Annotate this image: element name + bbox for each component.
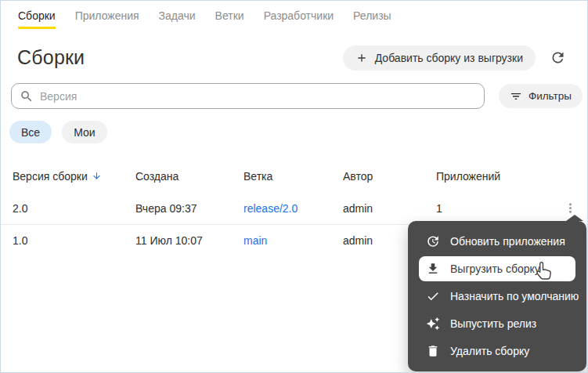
table-header-row: Версия сборки Создана Ветка Автор Прилож… xyxy=(1,160,587,192)
filter-chips: Все Мои xyxy=(9,121,587,143)
header-actions: Добавить сборку из выгрузки xyxy=(343,45,570,71)
check-icon xyxy=(426,289,440,303)
search-input[interactable] xyxy=(40,90,476,103)
cell-version: 1.0 xyxy=(13,234,135,247)
filters-label: Фильтры xyxy=(528,90,572,102)
add-build-from-upload-button[interactable]: Добавить сборку из выгрузки xyxy=(343,45,536,71)
chip-all[interactable]: Все xyxy=(9,121,52,143)
builds-page: Сборки Приложения Задачи Ветки Разработч… xyxy=(0,0,588,373)
cell-created: Вчера 09:37 xyxy=(135,202,243,215)
row-context-menu: Обновить приложения Выгрузить сборку Наз… xyxy=(408,221,586,371)
menu-item-download-build[interactable]: Выгрузить сборку xyxy=(419,256,575,281)
add-build-label: Добавить сборку из выгрузки xyxy=(375,52,523,64)
chip-mine[interactable]: Мои xyxy=(62,121,106,143)
filters-button[interactable]: Фильтры xyxy=(499,84,583,108)
refresh-icon xyxy=(550,49,566,66)
filter-icon xyxy=(510,90,522,103)
menu-item-label: Назначить по умолчанию xyxy=(450,290,579,302)
tab-bar: Сборки Приложения Задачи Ветки Разработч… xyxy=(1,1,587,29)
cell-version: 2.0 xyxy=(13,202,135,215)
cell-apps: 1 xyxy=(436,202,561,215)
download-icon xyxy=(426,262,440,276)
tab-branches[interactable]: Ветки xyxy=(215,9,244,29)
cell-author: admin xyxy=(343,202,436,215)
table-row-build-2-0[interactable]: 2.0 Вчера 09:37 release/2.0 admin 1 xyxy=(1,192,587,224)
column-header-branch[interactable]: Ветка xyxy=(243,170,343,183)
refresh-button[interactable] xyxy=(545,45,570,71)
tab-releases[interactable]: Релизы xyxy=(353,9,391,29)
tab-tasks[interactable]: Задачи xyxy=(159,9,196,29)
menu-item-label: Удалить сборку xyxy=(450,345,529,357)
page-title: Сборки xyxy=(17,46,85,69)
menu-item-set-default[interactable]: Назначить по умолчанию xyxy=(419,284,575,309)
menu-item-update-apps[interactable]: Обновить приложения xyxy=(419,229,575,254)
search-row: Фильтры xyxy=(11,83,583,109)
tab-developers[interactable]: Разработчики xyxy=(264,9,334,29)
trash-icon xyxy=(426,344,440,358)
cell-created: 11 Июл 10:07 xyxy=(135,234,243,247)
page-header: Сборки Добавить сборку из выгрузки xyxy=(17,45,570,71)
column-header-apps[interactable]: Приложений xyxy=(436,170,561,183)
column-header-created[interactable]: Создана xyxy=(135,170,243,183)
update-icon xyxy=(426,234,440,248)
menu-item-label: Выгрузить сборку xyxy=(450,263,540,275)
tab-builds[interactable]: Сборки xyxy=(18,9,56,29)
menu-item-label: Обновить приложения xyxy=(450,235,565,248)
sparkles-icon xyxy=(426,317,440,331)
plus-icon xyxy=(355,52,368,64)
menu-item-release[interactable]: Выпустить релиз xyxy=(419,311,575,336)
search-input-wrapper[interactable] xyxy=(11,83,485,109)
menu-caret xyxy=(566,215,583,221)
menu-item-label: Выпустить релиз xyxy=(450,317,536,330)
sort-desc-icon xyxy=(92,171,102,181)
search-icon xyxy=(20,89,34,103)
column-header-author[interactable]: Автор xyxy=(343,170,436,183)
tab-applications[interactable]: Приложения xyxy=(75,9,139,29)
branch-link[interactable]: release/2.0 xyxy=(243,202,298,215)
branch-link[interactable]: main xyxy=(243,234,267,247)
more-vert-icon xyxy=(563,201,578,215)
column-header-version[interactable]: Версия сборки xyxy=(13,170,135,183)
menu-item-delete-build[interactable]: Удалить сборку xyxy=(419,339,575,364)
